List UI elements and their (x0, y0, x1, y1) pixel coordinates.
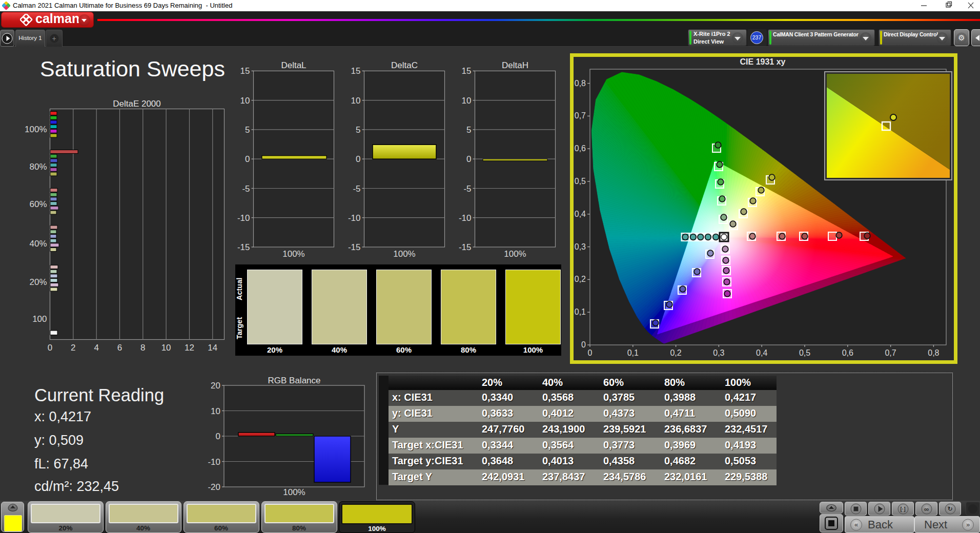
svg-text:0,2: 0,2 (670, 348, 681, 357)
svg-text:15: 15 (462, 66, 472, 76)
svg-text:5: 5 (245, 125, 250, 135)
svg-text:10: 10 (240, 96, 250, 106)
svg-text:15: 15 (351, 66, 361, 76)
svg-text:0,5: 0,5 (799, 348, 810, 357)
svg-text:-10: -10 (459, 213, 472, 223)
svg-text:20: 20 (211, 381, 220, 391)
svg-text:100%: 100% (283, 487, 305, 497)
svg-text:-15: -15 (237, 242, 250, 252)
svg-text:100: 100 (32, 314, 47, 324)
svg-text:10: 10 (161, 343, 171, 353)
svg-text:10: 10 (211, 406, 220, 416)
svg-text:-15: -15 (459, 242, 472, 252)
svg-text:15: 15 (240, 66, 250, 76)
svg-text:0,3: 0,3 (713, 348, 724, 357)
svg-text:RGB Balance: RGB Balance (268, 376, 321, 385)
svg-text:0,8: 0,8 (575, 79, 586, 88)
svg-text:0: 0 (588, 348, 593, 357)
svg-text:-10: -10 (237, 213, 250, 223)
svg-text:6: 6 (117, 343, 122, 353)
svg-text:DeltaE 2000: DeltaE 2000 (113, 99, 161, 109)
svg-text:0,7: 0,7 (885, 348, 896, 357)
svg-text:-10: -10 (208, 457, 220, 467)
svg-text:0,1: 0,1 (627, 348, 639, 357)
svg-text:5: 5 (356, 125, 360, 135)
svg-text:0,8: 0,8 (928, 348, 939, 357)
svg-text:100%: 100% (393, 249, 415, 259)
svg-text:0: 0 (245, 154, 250, 164)
svg-text:10: 10 (351, 96, 361, 106)
svg-text:-5: -5 (242, 184, 250, 194)
svg-text:-20: -20 (208, 482, 220, 492)
svg-text:0,6: 0,6 (575, 144, 586, 153)
svg-text:0,1: 0,1 (575, 308, 586, 316)
svg-text:0,2: 0,2 (575, 275, 586, 283)
svg-text:0,6: 0,6 (842, 348, 853, 357)
svg-text:10: 10 (462, 96, 472, 106)
svg-text:14: 14 (208, 343, 217, 353)
svg-text:0: 0 (48, 343, 52, 353)
svg-text:100%: 100% (504, 249, 526, 259)
svg-text:2: 2 (71, 343, 75, 353)
svg-text:40%: 40% (29, 239, 47, 249)
svg-text:4: 4 (94, 343, 98, 353)
svg-text:20%: 20% (29, 277, 47, 287)
svg-text:80%: 80% (29, 162, 47, 172)
svg-text:0,7: 0,7 (575, 111, 586, 120)
svg-text:0: 0 (581, 340, 586, 349)
svg-text:0,3: 0,3 (575, 242, 586, 251)
svg-text:DeltaH: DeltaH (502, 60, 528, 70)
svg-text:0,4: 0,4 (756, 348, 767, 357)
svg-text:5: 5 (466, 125, 471, 135)
svg-text:-5: -5 (353, 184, 360, 194)
svg-text:0: 0 (216, 432, 220, 441)
svg-text:-10: -10 (348, 213, 361, 223)
svg-text:12: 12 (185, 343, 194, 353)
svg-text:0,5: 0,5 (575, 177, 586, 186)
svg-text:-5: -5 (463, 184, 471, 194)
svg-text:0: 0 (466, 154, 471, 164)
svg-text:0: 0 (356, 154, 360, 164)
svg-text:100%: 100% (282, 249, 304, 259)
svg-text:0,4: 0,4 (575, 210, 586, 218)
svg-text:8: 8 (140, 343, 145, 353)
svg-text:DeltaC: DeltaC (391, 60, 418, 70)
svg-text:-15: -15 (348, 242, 361, 252)
svg-text:DeltaL: DeltaL (281, 60, 306, 70)
svg-text:60%: 60% (29, 199, 47, 209)
svg-text:100%: 100% (25, 125, 47, 134)
svg-text:CIE 1931 xy: CIE 1931 xy (740, 57, 786, 66)
